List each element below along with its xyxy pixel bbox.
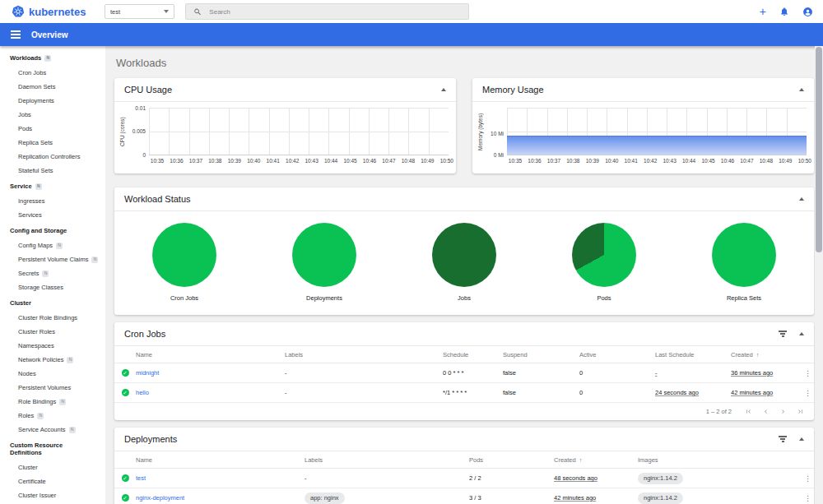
sidebar-item-services[interactable]: Services (0, 208, 105, 222)
cron-jobs-title: Cron Jobs (124, 329, 165, 339)
next-page-icon[interactable] (779, 408, 787, 415)
namespace-value: test (110, 8, 120, 16)
image-chip: nginx:1.14.2 (638, 473, 683, 484)
status-ok-icon: ✓ (122, 369, 129, 377)
sidebar-item-crd-cluster[interactable]: Cluster (0, 460, 105, 474)
col-header-name[interactable]: Name (136, 346, 285, 363)
sidebar-item-config-and-storage[interactable]: Config and Storage (0, 222, 105, 238)
namespace-selector[interactable]: test (105, 4, 174, 19)
sidebar-item-jobs[interactable]: Jobs (0, 108, 105, 122)
previous-page-icon[interactable] (762, 408, 770, 415)
vertical-scrollbar[interactable] (815, 46, 823, 504)
sidebar-nav: Workloads N Cron Jobs Daemon Sets Deploy… (0, 46, 105, 504)
deployment-link[interactable]: nginx-deployment (136, 494, 184, 502)
col-header-images[interactable]: Images (638, 451, 802, 469)
collapse-icon[interactable] (441, 88, 446, 91)
sidebar-item-deployments[interactable]: Deployments (0, 94, 105, 108)
collapse-icon[interactable] (799, 88, 804, 91)
sidebar-item-network-policies[interactable]: Network Policies N (0, 353, 105, 367)
filter-icon[interactable] (779, 331, 787, 336)
sidebar-item-service[interactable]: Service N (0, 178, 105, 194)
col-header-created[interactable]: Created↑ (731, 346, 802, 363)
collapse-icon[interactable] (799, 332, 804, 335)
collapse-icon[interactable] (799, 437, 804, 441)
menu-icon[interactable] (11, 30, 21, 39)
sidebar-item-ingresses[interactable]: Ingresses (0, 194, 105, 208)
sidebar-item-persistent-volumes[interactable]: Persistent Volumes (0, 381, 105, 395)
first-page-icon[interactable] (745, 408, 752, 415)
create-button[interactable]: + (760, 6, 766, 17)
row-menu-icon[interactable]: ⋮ (802, 488, 814, 504)
sidebar-item-pods[interactable]: Pods (0, 122, 105, 136)
pie-label: Deployments (306, 294, 342, 302)
collapse-icon[interactable] (799, 197, 804, 201)
pie-label: Jobs (458, 294, 471, 302)
col-header-suspend[interactable]: Suspend (503, 346, 579, 363)
sidebar-item-custom-resource-definitions[interactable]: Custom Resource Definitions (0, 437, 105, 460)
deployment-link[interactable]: test (136, 474, 146, 482)
deployments-table: Name Labels Pods Created↑ Images ✓ test … (114, 451, 814, 504)
sidebar-item-crd-cluster-issuer[interactable]: Cluster Issuer (0, 488, 105, 502)
table-row: ✓ midnight - 0 0 * * * false 0 - 36 minu… (114, 363, 814, 383)
status-ok-icon: ✓ (122, 389, 129, 396)
table-row: ✓ test - 2 / 2 48 seconds ago nginx:1.14… (114, 469, 814, 488)
pie-label: Pods (597, 294, 611, 302)
deployments-card: Deployments Name Labels Pods Created↑ Im… (114, 428, 814, 504)
col-header-name[interactable]: Name (136, 451, 305, 469)
cron-job-link[interactable]: hello (136, 389, 149, 396)
search-bar[interactable] (185, 3, 469, 20)
col-header-schedule[interactable]: Schedule (443, 346, 503, 363)
sidebar-item-secrets[interactable]: Secrets N (0, 266, 105, 280)
memory-y-ticks: 10 Mi 0 Mi (486, 108, 507, 155)
sidebar-item-config-maps[interactable]: Config Maps N (0, 238, 105, 252)
last-page-icon[interactable] (797, 408, 804, 415)
memory-y-axis-label: Memory (bytes) (477, 108, 486, 155)
logo-text: kubernetes (29, 6, 86, 18)
col-header-active[interactable]: Active (579, 346, 655, 363)
col-header-pods[interactable]: Pods (469, 451, 554, 469)
sidebar-item-nodes[interactable]: Nodes (0, 367, 105, 381)
namespaced-badge: N (37, 413, 44, 419)
col-header-labels[interactable]: Labels (305, 451, 469, 469)
sidebar-item-cluster[interactable]: Cluster (0, 294, 105, 311)
search-icon (193, 7, 202, 16)
col-header-labels[interactable]: Labels (285, 346, 443, 363)
row-menu-icon[interactable]: ⋮ (802, 363, 814, 383)
sidebar-item-role-bindings[interactable]: Role Bindings N (0, 395, 105, 409)
sidebar-item-cluster-roles[interactable]: Cluster Roles (0, 325, 105, 339)
sidebar-item-crd-certificate[interactable]: Certificate (0, 474, 105, 488)
search-input[interactable] (209, 8, 461, 16)
kubernetes-logo[interactable]: kubernetes (12, 5, 105, 18)
sidebar-item-replica-sets[interactable]: Replica Sets (0, 136, 105, 150)
deployments-title: Deployments (124, 434, 177, 444)
status-ok-icon: ✓ (122, 474, 129, 482)
sidebar-item-namespaces[interactable]: Namespaces (0, 339, 105, 353)
chevron-down-icon (164, 10, 169, 13)
sidebar-item-roles[interactable]: Roles N (0, 409, 105, 423)
memory-card-title: Memory Usage (482, 85, 544, 95)
sidebar-item-daemon-sets[interactable]: Daemon Sets (0, 80, 105, 94)
col-header-last-schedule[interactable]: Last Schedule (655, 346, 731, 363)
col-header-created[interactable]: Created↑ (554, 451, 638, 469)
sidebar-item-cron-jobs[interactable]: Cron Jobs (0, 66, 105, 80)
sidebar-item-service-accounts[interactable]: Service Accounts N (0, 423, 105, 437)
user-profile-button[interactable] (802, 7, 813, 17)
app-bar: Overview (0, 23, 823, 46)
pie-chart-jobs (432, 223, 496, 287)
sidebar-item-persistent-volume-claims[interactable]: Persistent Volume Claims N (0, 252, 105, 266)
row-menu-icon[interactable]: ⋮ (802, 469, 814, 488)
sidebar-item-storage-classes[interactable]: Storage Classes (0, 280, 105, 294)
namespaced-badge: N (69, 427, 76, 433)
notifications-button[interactable] (779, 7, 789, 16)
sidebar-item-cluster-role-bindings[interactable]: Cluster Role Bindings (0, 311, 105, 325)
kubernetes-logo-icon (12, 5, 25, 18)
sort-asc-icon: ↑ (579, 457, 583, 463)
cron-job-link[interactable]: midnight (136, 369, 159, 377)
row-menu-icon[interactable]: ⋮ (802, 383, 814, 403)
filter-icon[interactable] (779, 436, 787, 442)
sidebar-item-replication-controllers[interactable]: Replication Controllers (0, 150, 105, 164)
sidebar-item-stateful-sets[interactable]: Stateful Sets (0, 164, 105, 178)
memory-area-series (507, 136, 807, 155)
sidebar-item-workloads[interactable]: Workloads N (0, 49, 105, 66)
scrollbar-thumb[interactable] (816, 47, 822, 252)
